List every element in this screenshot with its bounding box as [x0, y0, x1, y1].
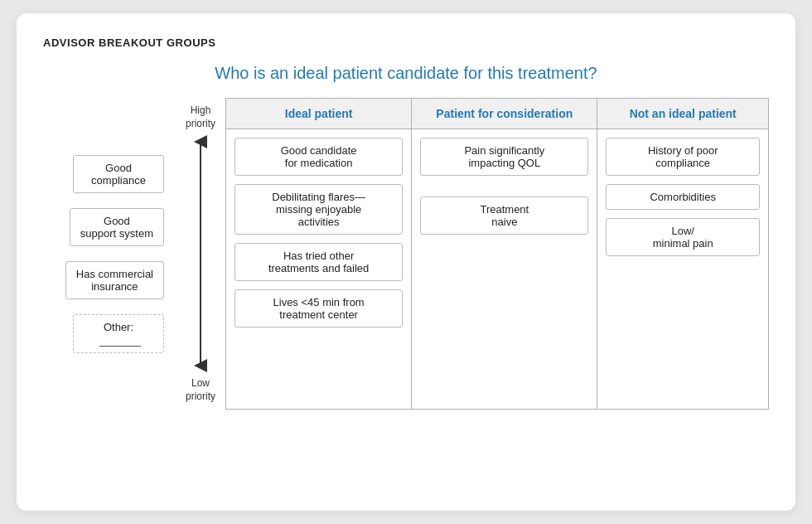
label-good-compliance: Goodcompliance — [73, 155, 164, 193]
main-question: Who is an ideal patient candidate for th… — [43, 64, 769, 83]
main-table: Ideal patient Patient for consideration … — [225, 98, 769, 410]
col-header-notideal: Not an ideal patient — [597, 99, 769, 129]
label-good-support: Goodsupport system — [70, 208, 164, 246]
ideal-item-0: Good candidatefor medication — [234, 138, 403, 176]
notideal-item-2: Low/minimal pain — [606, 218, 760, 256]
notideal-item-0: History of poorcompliance — [606, 138, 760, 176]
cell-notideal: History of poorcompliance Comorbidities … — [597, 129, 769, 410]
col-header-consider: Patient for consideration — [412, 99, 597, 129]
consider-item-0: Pain significantlyimpacting QOL — [420, 138, 588, 176]
content-area: Goodcompliance Goodsupport system Has co… — [43, 98, 769, 410]
ideal-item-3: Lives <45 min fromtreatment center — [234, 289, 403, 328]
card: ADVISOR BREAKOUT GROUPS Who is an ideal … — [17, 13, 795, 511]
arrow-high-label: Highpriority — [186, 104, 215, 130]
ideal-item-1: Debilitating flares—missing enjoyableact… — [234, 184, 403, 235]
cell-ideal: Good candidatefor medication Debilitatin… — [226, 129, 412, 410]
arrow-column: Highpriority Lowpriority — [176, 98, 225, 410]
arrow-low-label: Lowpriority — [186, 377, 215, 403]
consider-item-1: Treatmentnaive — [420, 196, 588, 235]
arrow-line — [193, 133, 208, 374]
left-labels: Goodcompliance Goodsupport system Has co… — [43, 98, 176, 410]
priority-arrow-icon — [193, 133, 208, 374]
notideal-item-1: Comorbidities — [606, 184, 760, 210]
label-commercial-insurance: Has commercialinsurance — [65, 261, 164, 299]
cell-consider: Pain significantlyimpacting QOL Treatmen… — [412, 129, 597, 410]
label-other: Other: — [73, 314, 164, 353]
col-header-ideal: Ideal patient — [226, 99, 412, 129]
section-title: ADVISOR BREAKOUT GROUPS — [43, 36, 769, 49]
ideal-item-2: Has tried othertreatments and failed — [234, 243, 403, 281]
